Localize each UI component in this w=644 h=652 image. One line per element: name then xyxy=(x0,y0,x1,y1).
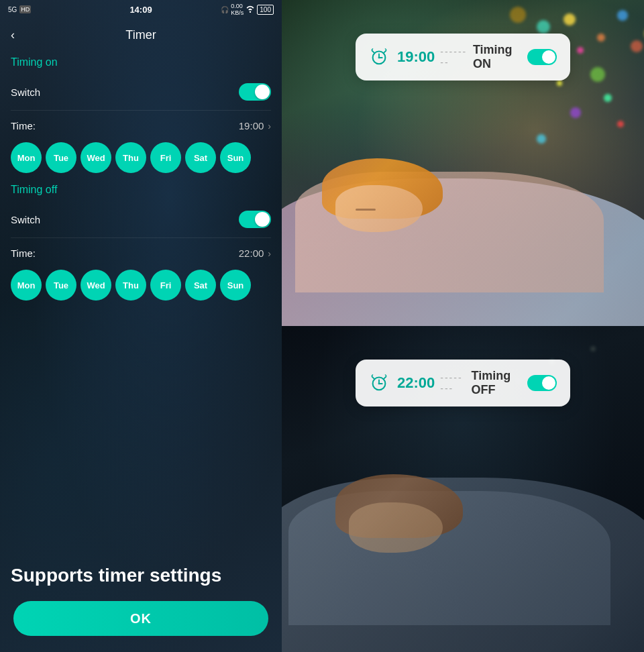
card-label-top: Timing ON xyxy=(473,43,519,71)
wifi-icon xyxy=(246,5,255,14)
status-time: 14:09 xyxy=(129,5,152,15)
back-button[interactable]: ‹ xyxy=(11,28,15,42)
hd-badge: HD xyxy=(19,5,31,13)
day-thu-off[interactable]: Thu xyxy=(115,270,146,301)
timing-off-switch-label: Switch xyxy=(11,214,40,225)
day-fri-on[interactable]: Fri xyxy=(150,142,181,173)
day-sun-on[interactable]: Sun xyxy=(220,142,251,173)
day-wed-on[interactable]: Wed xyxy=(80,142,111,173)
image-bottom: 22:00 -------- Timing OFF xyxy=(282,326,644,652)
timing-off-card: 22:00 -------- Timing OFF xyxy=(356,360,570,406)
alarm-icon-top xyxy=(369,47,389,67)
day-fri-off[interactable]: Fri xyxy=(150,270,181,301)
chevron-right-icon: › xyxy=(268,121,271,131)
timing-off-time-value[interactable]: 22:00 › xyxy=(239,248,271,259)
timing-off-switch-row: Switch xyxy=(11,204,271,235)
headphone-icon: 🎧 xyxy=(221,6,229,13)
timing-off-title: Timing off xyxy=(11,184,271,196)
timing-on-card: 19:00 -------- Timing ON xyxy=(356,34,570,80)
timing-on-time-row[interactable]: Time: 19:00 › xyxy=(11,113,271,138)
day-sat-off[interactable]: Sat xyxy=(185,270,216,301)
day-tue-off[interactable]: Tue xyxy=(46,270,76,301)
phone-panel: 5G HD 14:09 🎧 0.00KB/s 100 ‹ Timer Tim xyxy=(0,0,282,652)
ok-button[interactable]: OK xyxy=(13,601,268,636)
chevron-right-icon-2: › xyxy=(268,248,271,259)
card-dots-top: -------- xyxy=(440,46,468,68)
card-dots-bottom: -------- xyxy=(440,372,466,394)
timing-on-time-value[interactable]: 19:00 › xyxy=(239,120,271,131)
status-right: 🎧 0.00KB/s 100 xyxy=(221,3,274,16)
card-toggle-top[interactable] xyxy=(527,49,557,65)
main-content: Timing on Switch Time: 19:00 › Mon Tue W… xyxy=(0,51,282,553)
divider-1 xyxy=(11,110,271,111)
page-title: Timer xyxy=(125,28,156,42)
network-speed: 0.00KB/s xyxy=(231,3,244,16)
right-panel: 19:00 -------- Timing ON xyxy=(282,0,644,652)
day-thu-on[interactable]: Thu xyxy=(115,142,146,173)
card-content-bottom: 22:00 -------- Timing OFF xyxy=(397,369,519,397)
timing-on-days: Mon Tue Wed Thu Fri Sat Sun xyxy=(11,138,271,184)
day-sun-off[interactable]: Sun xyxy=(220,270,251,301)
timing-on-switch-row: Switch xyxy=(11,76,271,107)
day-mon-off[interactable]: Mon xyxy=(11,270,42,301)
day-tue-on[interactable]: Tue xyxy=(46,142,76,173)
card-time-top: 19:00 xyxy=(397,48,435,66)
card-label-bottom: Timing OFF xyxy=(472,369,519,397)
timing-on-switch-label: Switch xyxy=(11,87,40,98)
status-bar: 5G HD 14:09 🎧 0.00KB/s 100 xyxy=(0,0,282,19)
card-content-top: 19:00 -------- Timing ON xyxy=(397,43,519,71)
battery-icon: 100 xyxy=(257,5,274,15)
timing-off-days: Mon Tue Wed Thu Fri Sat Sun xyxy=(11,266,271,311)
status-left: 5G HD xyxy=(8,5,31,13)
divider-2 xyxy=(11,237,271,238)
supports-text: Supports timer settings xyxy=(0,553,282,601)
day-mon-on[interactable]: Mon xyxy=(11,142,42,173)
timing-on-title: Timing on xyxy=(11,56,271,68)
timing-off-time-row[interactable]: Time: 22:00 › xyxy=(11,241,271,266)
card-toggle-bottom[interactable] xyxy=(527,375,557,391)
card-time-bottom: 22:00 xyxy=(397,374,435,392)
image-top: 19:00 -------- Timing ON xyxy=(282,0,644,326)
timing-on-time-label: Time: xyxy=(11,120,36,131)
timing-off-toggle[interactable] xyxy=(239,211,271,228)
timing-off-time-label: Time: xyxy=(11,248,36,259)
app-header: ‹ Timer xyxy=(0,19,282,51)
ok-button-container: OK xyxy=(0,601,282,652)
day-sat-on[interactable]: Sat xyxy=(185,142,216,173)
signal-icon: 5G xyxy=(8,6,17,13)
alarm-icon-bottom xyxy=(369,373,389,393)
day-wed-off[interactable]: Wed xyxy=(80,270,111,301)
timing-on-toggle[interactable] xyxy=(239,83,271,101)
